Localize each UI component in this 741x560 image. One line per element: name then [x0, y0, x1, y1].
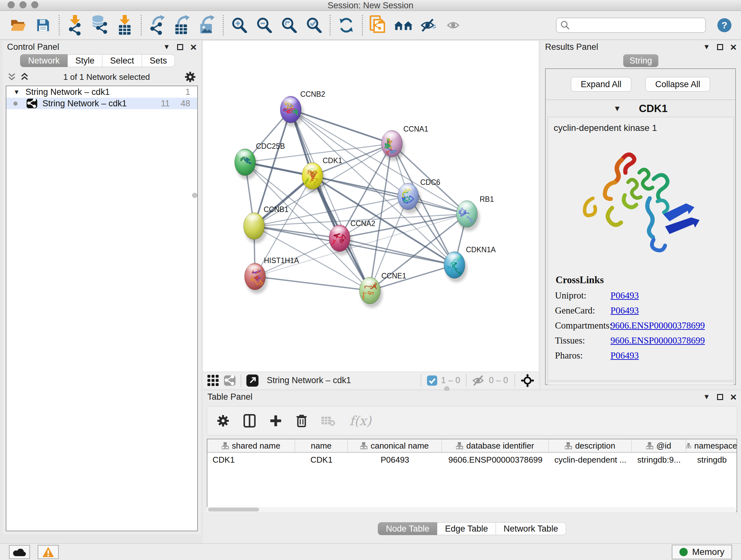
network-view-panel: CCNB2CCNA1CDC25BCDK1CDC6RB1CCNB1CCNA2CDK… — [203, 41, 539, 389]
expand-all-icon[interactable] — [20, 72, 29, 82]
crosslink-link[interactable]: P06493 — [610, 305, 639, 316]
edge-CCNB2-CCNA1[interactable] — [291, 110, 392, 144]
zoom-out-button[interactable] — [252, 14, 277, 37]
duplicate-network-button[interactable] — [366, 14, 391, 37]
tab-network[interactable]: Network — [20, 54, 68, 67]
panel-menu-icon[interactable]: ▼ — [163, 44, 170, 51]
edge-CCNE1-HIST1H1A[interactable] — [255, 276, 370, 291]
warnings-button[interactable] — [38, 545, 59, 559]
import-table-file-button[interactable] — [113, 14, 138, 37]
edge-CCNB2-CCNE1[interactable] — [291, 110, 370, 291]
tab-style[interactable]: Style — [68, 54, 103, 67]
show-all-button[interactable] — [441, 14, 466, 37]
edge-CCNB2-RB1[interactable] — [291, 110, 467, 214]
table-horizontal-scrollbar[interactable] — [207, 507, 736, 512]
memory-button[interactable]: Memory — [672, 545, 732, 559]
fit-content-crosshair-icon[interactable] — [521, 374, 534, 387]
import-network-icon — [66, 15, 84, 36]
open-session-button[interactable] — [6, 14, 30, 37]
export-network-button[interactable] — [145, 14, 170, 37]
tab-edge-table[interactable]: Edge Table — [437, 522, 496, 535]
cell-name[interactable]: CDK1 — [295, 453, 348, 467]
collapse-all-button[interactable]: Collapse All — [645, 77, 710, 91]
edge-CDK1-RB1[interactable] — [313, 176, 467, 214]
collapse-all-icon[interactable] — [8, 72, 16, 82]
network-row[interactable]: String Network – cdk1 11 48 — [6, 98, 197, 109]
cell-database-identifier[interactable]: 9606.ENSP00000378699 — [442, 453, 549, 467]
selected-checkbox-icon[interactable] — [427, 375, 437, 386]
title-bar: Session: New Session — [0, 0, 741, 11]
tab-sets[interactable]: Sets — [142, 54, 175, 67]
tab-string[interactable]: String — [623, 54, 658, 67]
gene-description: cyclin-dependent kinase 1 — [548, 117, 734, 133]
section-collapse-icon[interactable]: ▼ — [613, 105, 621, 112]
crosslink-link[interactable]: 9606.ENSP00000378699 — [610, 320, 705, 331]
save-session-button[interactable] — [30, 14, 56, 37]
node-HIST1H1A[interactable]: HIST1H1A — [245, 256, 299, 294]
cloud-status-button[interactable] — [9, 545, 30, 559]
network-collection-row[interactable]: ▼ String Network – cdk1 1 — [6, 86, 197, 98]
delete-column-icon[interactable] — [296, 414, 307, 428]
crosslink-link[interactable]: 9606.ENSP00000378699 — [610, 335, 705, 346]
tab-select[interactable]: Select — [103, 54, 142, 67]
import-network-database-button[interactable] — [88, 14, 113, 37]
network-options-gear-icon[interactable] — [185, 71, 196, 83]
column-header-name[interactable]: name — [295, 439, 348, 452]
import-network-file-button[interactable] — [63, 14, 88, 37]
column-header-canonical-name[interactable]: canonical name — [348, 439, 442, 452]
birds-eye-view-icon[interactable] — [207, 375, 219, 386]
scrollbar-thumb[interactable] — [208, 508, 259, 511]
expand-all-button[interactable]: Expand All — [571, 77, 631, 91]
column-header--id[interactable]: @id — [632, 439, 686, 452]
table-row[interactable]: CDK1CDK1P064939606.ENSP00000378699cyclin… — [207, 453, 737, 467]
column-header-database-identifier[interactable]: database identifier — [442, 439, 549, 452]
node-CDKN1A[interactable]: CDKN1A — [444, 246, 496, 282]
show-columns-icon[interactable] — [244, 414, 256, 428]
gene-section-header[interactable]: ▼ CDK1 — [546, 100, 735, 117]
edge-CCNA1-CCNE1[interactable] — [370, 144, 392, 291]
hidden-eye-icon[interactable] — [472, 375, 486, 386]
zoom-fit-button[interactable] — [277, 14, 301, 37]
column-header-shared-name[interactable]: shared name — [207, 439, 295, 452]
column-header-namespace[interactable]: namespace — [686, 439, 737, 452]
crosslink-link[interactable]: P06493 — [610, 290, 639, 301]
network-canvas[interactable]: CCNB2CCNA1CDC25BCDK1CDC6RB1CCNB1CCNA2CDK… — [203, 41, 539, 372]
first-neighbors-button[interactable] — [391, 14, 416, 37]
zoom-in-button[interactable] — [227, 14, 252, 37]
cell-namespace[interactable]: stringdb — [686, 453, 737, 467]
panel-close-icon[interactable]: × — [190, 42, 197, 52]
cell-canonical-name[interactable]: P06493 — [348, 453, 442, 467]
crosslink-link[interactable]: P06493 — [610, 350, 639, 361]
cell-description[interactable]: cyclin-dependent ... — [549, 453, 632, 467]
panel-float-icon[interactable] — [717, 44, 723, 50]
tab-node-table[interactable]: Node Table — [378, 522, 437, 535]
panel-close-icon[interactable]: × — [730, 391, 737, 402]
panel-close-icon[interactable]: × — [730, 42, 737, 52]
node-CCNE1[interactable]: CCNE1 — [359, 272, 406, 308]
crosslink-label: Pharos: — [548, 350, 610, 361]
export-image-button[interactable] — [195, 14, 219, 37]
cell-shared-name[interactable]: CDK1 — [207, 453, 295, 467]
cell--id[interactable]: stringdb:9... — [632, 453, 686, 467]
tab-network-table[interactable]: Network Table — [496, 522, 566, 535]
search-input[interactable] — [570, 20, 694, 30]
panel-menu-icon[interactable]: ▼ — [703, 393, 710, 400]
column-header-description[interactable]: description — [549, 439, 632, 452]
zoom-selected-button[interactable] — [301, 14, 327, 37]
panel-float-icon[interactable] — [177, 44, 183, 50]
refresh-button[interactable] — [334, 14, 359, 37]
tree-expand-icon[interactable]: ▼ — [13, 89, 20, 95]
table-options-gear-icon[interactable] — [217, 415, 229, 427]
panel-menu-icon[interactable]: ▼ — [703, 44, 710, 51]
network-badge-gray-icon[interactable] — [224, 375, 235, 386]
vertical-splitter-handle[interactable] — [192, 193, 197, 198]
node-RB1[interactable]: RB1 — [456, 195, 494, 231]
table-panel: Table Panel ▼ × f(x) shared namenamecano… — [203, 391, 741, 543]
export-table-button[interactable] — [170, 14, 195, 37]
hide-selected-button[interactable] — [416, 14, 441, 37]
add-column-icon[interactable] — [270, 415, 282, 427]
help-button[interactable]: ? — [717, 17, 732, 33]
open-in-window-icon[interactable] — [246, 374, 259, 387]
node-table: shared namenamecanonical namedatabase id… — [207, 439, 737, 512]
panel-float-icon[interactable] — [717, 394, 723, 400]
